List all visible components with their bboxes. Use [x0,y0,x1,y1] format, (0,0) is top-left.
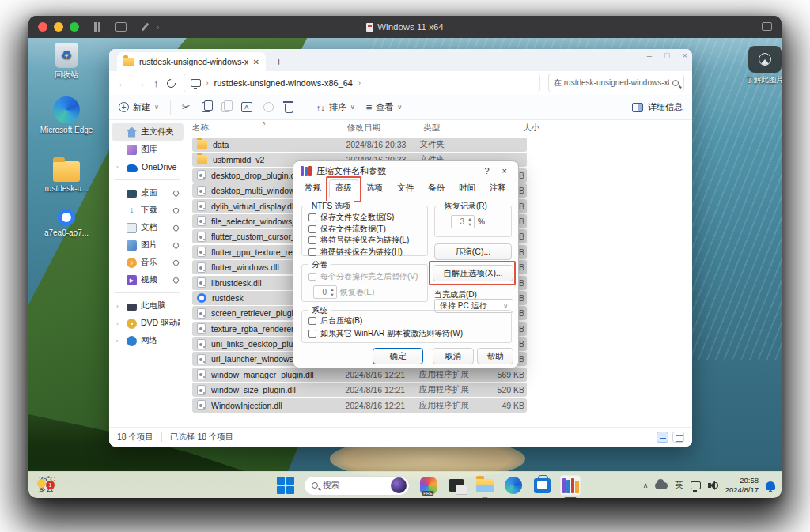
taskbar-icon-microsoft-store[interactable] [532,475,552,496]
explorer-tab[interactable]: rustdesk-unsigned-windows-x ✕ [117,52,266,71]
minimize-button[interactable]: – [647,51,652,60]
desktop-icon-edge[interactable]: Microsoft Edge [38,96,95,135]
sort-button[interactable]: ↑↓ 排序 ∨ [316,101,355,113]
desktop-icon-folder[interactable]: rustdesk-u... [38,157,95,194]
chevron-right-icon[interactable]: › [116,320,123,327]
ntfs-option-1[interactable]: 保存文件流数据(T) [308,224,386,235]
refresh-icon[interactable] [165,77,176,89]
dialog-tab-高级[interactable]: 高级 [329,179,358,198]
start-button[interactable] [275,475,296,496]
maximize-button[interactable]: □ [664,51,670,60]
taskbar-icon-winrar[interactable] [560,475,581,496]
column-name[interactable]: 名称 [192,123,347,134]
column-date[interactable]: 修改日期 [347,123,423,134]
delete-icon[interactable] [285,104,293,113]
new-button[interactable]: + 新建 ∨ [119,101,159,113]
chevron-right-icon[interactable]: › [116,164,123,171]
breadcrumb[interactable]: › rustdesk-unsigned-windows-x86_64 › [184,74,541,92]
paste-icon[interactable] [221,102,230,112]
system-option-1[interactable]: 如果其它 WinRAR 副本被激活则等待(W) [308,328,463,339]
sidebar-item-network[interactable]: ›网络 [112,332,184,349]
pictures-icon [127,240,137,251]
sidebar-item-dvd[interactable]: ›DVD 驱动器 (D:) CC [112,315,184,332]
thumbnail-view-icon[interactable] [672,432,684,443]
system-option-0[interactable]: 后台压缩(B) [308,315,362,326]
taskbar-icon-file-explorer[interactable] [475,475,495,496]
dialog-tab-选项[interactable]: 选项 [360,179,389,198]
view-button[interactable]: ≡ 查看 ∨ [366,101,402,113]
recovery-record-spinner[interactable]: 3 ▲▼ [451,215,475,228]
sidebar-item-documents[interactable]: 文档 [112,219,184,236]
network-icon[interactable] [691,481,701,489]
rename-icon[interactable]: A [241,102,252,112]
tab-close-icon[interactable]: ✕ [253,58,259,66]
cloud-tray-icon[interactable] [655,482,668,489]
weather-widget[interactable]: 1 26°C 多云 [35,474,55,494]
sidebar-item-music[interactable]: ♪音乐 [112,254,184,271]
volume-icon[interactable] [708,481,718,490]
dialog-tab-备份[interactable]: 备份 [422,179,451,198]
details-pane-button[interactable]: 详细信息 [632,101,683,113]
copy-icon[interactable] [202,102,210,112]
ok-button[interactable]: 确定 [373,348,423,364]
chevron-down-icon: ∨ [154,104,159,111]
more-button[interactable]: ··· [413,103,424,112]
sidebar-item-onedrive[interactable]: ›OneDrive [112,158,184,175]
file-row[interactable]: data2024/8/16 20:33文件夹 [192,138,527,152]
file-row[interactable]: window_manager_plugin.dll2024/8/16 12:21… [192,368,527,382]
sidebar-item-downloads[interactable]: ↓下载 [112,202,184,219]
taskbar-search[interactable]: 搜索 [304,476,410,496]
hidden-icons-chevron[interactable]: ∧ [643,481,649,489]
dialog-tab-文件[interactable]: 文件 [391,179,420,198]
share-icon[interactable] [263,102,274,112]
help-icon[interactable]: ? [480,166,493,175]
desktop-icon-recycle-bin[interactable]: ♻回收站 [38,43,95,80]
sidebar-item-videos[interactable]: ▶视频 [112,271,184,289]
compression-button[interactable]: 压缩(C)... [434,243,512,260]
sidebar-item-home[interactable]: 主文件夹 [112,123,184,141]
ime-indicator[interactable]: 英 [675,480,683,491]
ntfs-option-2[interactable]: 将符号链接保存为链接(L) [308,235,409,246]
dialog-tab-注释[interactable]: 注释 [483,179,513,198]
cut-icon[interactable]: ✂ [182,101,191,113]
dialog-tab-常规[interactable]: 常规 [298,179,327,198]
pause-after-volume-option[interactable]: 每个分卷操作完之后暂停(V) [308,271,418,282]
close-button[interactable]: × [683,51,687,60]
sfx-options-button[interactable]: 自解压选项(X)... [433,265,513,281]
chevron-right-icon[interactable]: › [116,338,123,345]
sidebar-item-pc[interactable]: ›此电脑 [112,297,184,315]
checkbox-icon [308,248,316,256]
column-type[interactable]: 类型 [423,123,499,134]
help-button[interactable]: 帮助 [477,348,513,364]
breadcrumb-path[interactable]: rustdesk-unsigned-windows-x86_64 [214,78,353,88]
sidebar-item-pictures[interactable]: 图片 [112,236,184,254]
new-tab-button[interactable]: ＋ [274,55,284,71]
spotlight-widget[interactable]: 了解此图片 [740,46,782,85]
vm-display-icon[interactable] [762,22,772,31]
sidebar-item-desktop[interactable]: 桌面 [112,184,184,202]
recovery-volumes-spinner[interactable]: 0 ▲▼ [313,285,337,299]
chevron-right-icon[interactable]: › [116,303,123,310]
file-row[interactable]: WindowInjection.dll2024/8/16 12:21应用程序扩展… [192,398,527,413]
task-view-icon [449,479,464,492]
notification-bell-icon[interactable] [766,481,775,490]
taskbar-icon-photos-preview[interactable]: PRE [418,475,438,496]
clock[interactable]: 20:58 2024/8/17 [725,476,759,496]
column-size[interactable]: 大小 [499,123,539,134]
cancel-button[interactable]: 取消 [433,348,474,364]
search-input[interactable]: 在 rustdesk-unsigned-windows-x86_ [548,74,684,92]
dialog-close-icon[interactable]: × [498,166,511,175]
dialog-tab-时间[interactable]: 时间 [452,179,482,198]
taskbar-icon-task-view[interactable] [446,475,467,496]
pin-icon [172,224,180,232]
file-row[interactable]: window_size_plugin.dll2024/8/16 12:21应用程… [192,383,527,397]
ntfs-option-0[interactable]: 保存文件安全数据(S) [308,212,394,223]
desktop-icon-rustdesk[interactable]: a7ea0-ap7... [38,209,95,238]
sidebar-item-gallery[interactable]: 图库 [112,141,184,158]
back-icon[interactable]: ← [117,77,127,89]
details-view-icon[interactable] [657,432,668,443]
forward-icon[interactable]: → [135,77,146,89]
up-icon[interactable]: ↑ [153,77,159,89]
taskbar-icon-edge[interactable] [503,475,524,496]
ntfs-option-3[interactable]: 将硬链接保存为链接(H) [308,247,403,258]
